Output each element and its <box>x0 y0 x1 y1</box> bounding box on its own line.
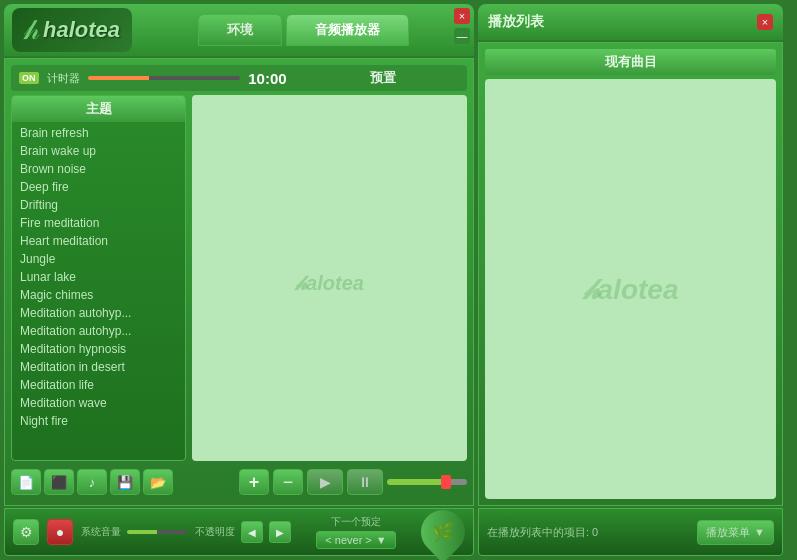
close-button-header[interactable]: × <box>454 8 470 24</box>
right-panel: 播放列表 × 现有曲目 𝒽alotea 在播放列表中的项目: 0 播放菜单 ▼ <box>478 4 783 556</box>
minimize-button[interactable]: — <box>454 28 470 44</box>
leaf-icon-bottom: 🌿 <box>432 521 454 543</box>
playlist-label: 现有曲目 <box>485 49 776 75</box>
leaf-button[interactable]: 🌿 <box>412 501 474 560</box>
theme-item-night-fire[interactable]: Night fire <box>14 412 183 430</box>
preset-label: 预置 <box>306 69 459 87</box>
tab-environment[interactable]: 环境 <box>198 14 282 46</box>
main-content: ON 计时器 10:00 预置 主题 Brain refresh Brain w… <box>4 58 474 506</box>
right-close-button[interactable]: × <box>757 14 773 30</box>
theme-item-heart-meditation[interactable]: Heart meditation <box>14 232 183 250</box>
theme-list[interactable]: Brain refresh Brain wake up Brown noise … <box>12 122 185 460</box>
pause-button[interactable]: ⏸ <box>347 469 383 495</box>
toolbar-right: + − ▶ ⏸ <box>239 469 467 495</box>
theme-item-fire-meditation[interactable]: Fire meditation <box>14 214 183 232</box>
preview-area: 𝒽alotea <box>192 95 467 461</box>
left-panel: 𝒽 halotea 环境 音频播放器 × — ON 计时器 10:00 预置 主… <box>4 4 474 556</box>
content-row: 主题 Brain refresh Brain wake up Brown noi… <box>11 95 467 461</box>
logo-area: 𝒽 halotea <box>12 8 132 52</box>
theme-item-magic-chimes[interactable]: Magic chimes <box>14 286 183 304</box>
play-button[interactable]: ▶ <box>307 469 343 495</box>
preview-watermark: 𝒽alotea <box>295 257 364 299</box>
volume-slider[interactable] <box>387 479 467 485</box>
toolbar-left: 📄 ⬛ ♪ 💾 📂 <box>11 469 173 495</box>
right-bottom: 在播放列表中的项目: 0 播放菜单 ▼ <box>478 508 783 556</box>
toolbar-bottom: 📄 ⬛ ♪ 💾 📂 + − ▶ ⏸ <box>11 465 467 499</box>
on-badge: ON <box>19 72 39 84</box>
theme-item-drifting[interactable]: Drifting <box>14 196 183 214</box>
theme-item-jungle[interactable]: Jungle <box>14 250 183 268</box>
theme-panel: 主题 Brain refresh Brain wake up Brown noi… <box>11 95 186 461</box>
playlist-watermark: 𝒽alotea <box>583 272 679 307</box>
playlist-menu-button[interactable]: 播放菜单 ▼ <box>697 520 774 545</box>
theme-item-meditation-wave[interactable]: Meditation wave <box>14 394 183 412</box>
timer-label: 计时器 <box>47 71 80 86</box>
theme-item-meditation-life[interactable]: Meditation life <box>14 376 183 394</box>
tool-btn-add[interactable]: + <box>239 469 269 495</box>
settings-button[interactable]: ⚙ <box>13 519 39 545</box>
tool-btn-new[interactable]: 📄 <box>11 469 41 495</box>
right-title: 播放列表 <box>488 13 544 31</box>
theme-item-meditation-autohyp1[interactable]: Meditation autohyp... <box>14 304 183 322</box>
opacity-section: 不透明度 ◀ ▶ <box>195 521 291 543</box>
tabs-area: 环境 音频播放器 <box>140 14 466 46</box>
theme-item-brain-wake-up[interactable]: Brain wake up <box>14 142 183 160</box>
next-preset-section: 下一个预定 < never > ▼ <box>299 515 413 549</box>
theme-header: 主题 <box>12 96 185 122</box>
tool-btn-select[interactable]: ⬛ <box>44 469 74 495</box>
never-text: < never > <box>325 534 371 546</box>
timer-bar: ON 计时器 10:00 预置 <box>11 65 467 91</box>
right-header: 播放列表 × <box>478 4 783 40</box>
next-preset-label: 下一个预定 <box>331 515 381 529</box>
timer-value: 10:00 <box>248 70 298 87</box>
playlist-menu-dropdown-icon: ▼ <box>754 526 765 538</box>
tool-btn-open[interactable]: 📂 <box>143 469 173 495</box>
theme-item-brain-refresh[interactable]: Brain refresh <box>14 124 183 142</box>
system-volume-slider[interactable] <box>127 530 187 534</box>
theme-item-lunar-lake[interactable]: Lunar lake <box>14 268 183 286</box>
tool-btn-save[interactable]: 💾 <box>110 469 140 495</box>
tab-audio-player[interactable]: 音频播放器 <box>286 14 409 46</box>
playlist-section: 现有曲目 𝒽alotea <box>485 49 776 499</box>
system-volume-section: 系统音量 <box>81 525 187 539</box>
leaf-icon: 𝒽 <box>24 14 39 47</box>
header-bar: 𝒽 halotea 环境 音频播放器 × — <box>4 4 474 56</box>
theme-item-meditation-autohyp2[interactable]: Meditation autohyp... <box>14 322 183 340</box>
record-button[interactable]: ● <box>47 519 73 545</box>
opacity-next-button[interactable]: ▶ <box>269 521 291 543</box>
theme-item-meditation-hypnosis[interactable]: Meditation hypnosis <box>14 340 183 358</box>
playlist-menu-label: 播放菜单 <box>706 525 750 540</box>
logo-text: halotea <box>43 17 120 43</box>
tool-btn-music[interactable]: ♪ <box>77 469 107 495</box>
system-volume-label: 系统音量 <box>81 525 121 539</box>
theme-item-deep-fire[interactable]: Deep fire <box>14 178 183 196</box>
opacity-prev-button[interactable]: ◀ <box>241 521 263 543</box>
opacity-label: 不透明度 <box>195 525 235 539</box>
items-count-text: 在播放列表中的项目: 0 <box>487 525 598 540</box>
never-dropdown[interactable]: < never > ▼ <box>316 531 395 549</box>
right-content: 现有曲目 𝒽alotea <box>478 42 783 506</box>
theme-item-meditation-desert[interactable]: Meditation in desert <box>14 358 183 376</box>
timer-slider[interactable] <box>88 76 241 80</box>
theme-item-brown-noise[interactable]: Brown noise <box>14 160 183 178</box>
volume-knob[interactable] <box>441 475 451 489</box>
tool-btn-remove[interactable]: − <box>273 469 303 495</box>
playlist-area: 𝒽alotea <box>485 79 776 499</box>
dropdown-icon: ▼ <box>376 534 387 546</box>
bottom-bar: ⚙ ● 系统音量 不透明度 ◀ ▶ 下一个预定 < never > ▼ 🌿 <box>4 508 474 556</box>
